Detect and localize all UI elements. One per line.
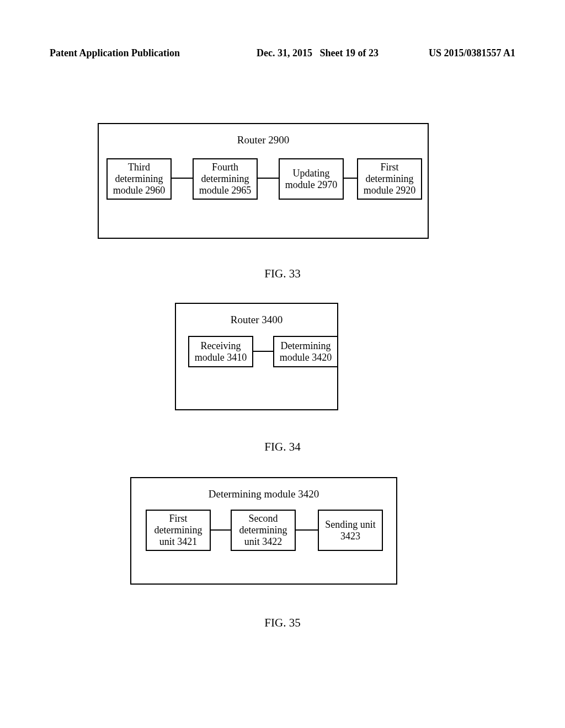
fig35-caption: FIG. 35 xyxy=(0,616,565,630)
fig33-caption: FIG. 33 xyxy=(0,267,565,281)
fig35-unit-3421: First determining unit 3421 xyxy=(146,510,211,551)
fig35-container: Determining module 3420 First determinin… xyxy=(130,477,397,585)
fig35-unit-3422: Second determining unit 3422 xyxy=(231,510,296,551)
fig34-caption: FIG. 34 xyxy=(0,440,565,454)
fig35-title: Determining module 3420 xyxy=(131,488,396,500)
connector-line xyxy=(296,529,318,531)
fig33-module-2970: Updating module 2970 xyxy=(279,158,344,200)
fig33-module-2960: Third determining module 2960 xyxy=(106,158,172,200)
connector-line xyxy=(253,351,273,352)
fig33-module-2965: Fourth determining module 2965 xyxy=(193,158,258,200)
header-date: Dec. 31, 2015 xyxy=(257,47,312,58)
header-left: Patent Application Publication xyxy=(50,47,180,59)
connector-line xyxy=(258,178,279,179)
fig34-container: Router 3400 Receiving module 3410 Determ… xyxy=(175,303,338,410)
connector-line xyxy=(211,529,231,531)
header-pubno: US 2015/0381557 A1 xyxy=(429,47,515,59)
fig34-title: Router 3400 xyxy=(176,314,337,326)
header-mid: Dec. 31, 2015 Sheet 19 of 23 xyxy=(257,47,379,59)
header-sheet: Sheet 19 of 23 xyxy=(319,47,379,58)
fig35-unit-3423: Sending unit 3423 xyxy=(318,510,383,551)
fig34-module-3420: Determining module 3420 xyxy=(273,336,338,367)
fig33-container: Router 2900 Third determining module 296… xyxy=(98,123,429,239)
fig33-module-2920: First determining module 2920 xyxy=(357,158,422,200)
fig34-module-3410: Receiving module 3410 xyxy=(188,336,253,367)
fig33-title: Router 2900 xyxy=(99,134,428,146)
connector-line xyxy=(344,178,357,179)
connector-line xyxy=(172,178,193,179)
